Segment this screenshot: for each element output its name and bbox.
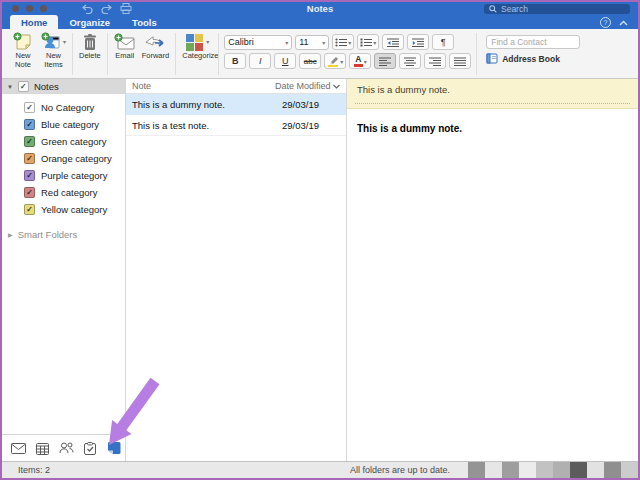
main-content: ▼ ✓ Notes ✓ No Category ✓ Blue category … xyxy=(2,79,638,461)
sidebar-item-no-category[interactable]: ✓ No Category xyxy=(2,99,125,116)
tab-tools[interactable]: Tools xyxy=(121,15,168,29)
note-list-header: Note Date Modified xyxy=(126,79,346,94)
new-note-button[interactable]: New Note xyxy=(8,31,38,77)
sidebar-item-notes-root[interactable]: ▼ ✓ Notes xyxy=(2,79,125,94)
ribbon-tab-bar: Home Organize Tools ? xyxy=(2,15,638,29)
find-contact-input[interactable]: Find a Contact xyxy=(486,35,580,49)
search-input[interactable]: Search xyxy=(484,4,630,14)
new-note-icon xyxy=(13,32,33,52)
address-book-button[interactable]: Address Book xyxy=(486,53,580,64)
font-name-select[interactable]: Calibri xyxy=(224,35,292,50)
increase-indent-icon xyxy=(412,38,424,47)
justify-button[interactable] xyxy=(449,53,471,69)
note-body[interactable]: This is a dummy note. xyxy=(347,109,638,148)
increase-indent-button[interactable] xyxy=(407,34,429,50)
category-label: Blue category xyxy=(41,119,99,130)
category-label: No Category xyxy=(41,102,94,113)
forward-button[interactable]: Forward xyxy=(139,31,173,77)
note-header: This is a dummy note. xyxy=(347,79,638,109)
folder-sidebar: ▼ ✓ Notes ✓ No Category ✓ Blue category … xyxy=(2,79,125,461)
nav-calendar-button[interactable] xyxy=(34,440,50,456)
nav-people-button[interactable] xyxy=(58,440,74,456)
category-checkbox[interactable]: ✓ xyxy=(24,136,35,147)
collapse-ribbon-icon[interactable] xyxy=(619,20,628,26)
column-header-date-modified[interactable]: Date Modified xyxy=(275,81,333,91)
category-checkbox[interactable]: ✓ xyxy=(24,102,35,113)
align-left-button[interactable] xyxy=(374,53,396,69)
search-placeholder: Search xyxy=(501,4,528,14)
align-center-icon xyxy=(404,57,416,66)
sidebar-item-green-category[interactable]: ✓ Green category xyxy=(2,133,125,150)
category-checkbox[interactable]: ✓ xyxy=(24,170,35,181)
notes-icon-active xyxy=(107,441,121,455)
sidebar-item-blue-category[interactable]: ✓ Blue category xyxy=(2,116,125,133)
tab-bar-right: ? xyxy=(600,17,638,29)
numbered-list-icon xyxy=(360,38,372,47)
font-size-select[interactable]: 11 xyxy=(295,35,329,50)
category-checkbox[interactable]: ✓ xyxy=(24,187,35,198)
category-checkbox[interactable]: ✓ xyxy=(24,204,35,215)
pilcrow-icon: ¶ xyxy=(441,37,446,47)
justify-icon xyxy=(454,57,466,66)
italic-button[interactable]: I xyxy=(249,53,271,69)
align-right-button[interactable] xyxy=(424,53,446,69)
module-nav-bar xyxy=(2,434,125,461)
forward-icon xyxy=(143,32,167,52)
trash-icon xyxy=(82,32,98,52)
note-date: 29/03/19 xyxy=(282,120,340,131)
people-icon xyxy=(59,442,74,454)
tab-home[interactable]: Home xyxy=(10,15,58,29)
note-list-row[interactable]: This is a test note. 29/03/19 xyxy=(126,115,346,136)
tab-organize[interactable]: Organize xyxy=(58,15,121,29)
sidebar-item-yellow-category[interactable]: ✓ Yellow category xyxy=(2,201,125,218)
column-header-note[interactable]: Note xyxy=(132,81,275,91)
reading-pane: This is a dummy note. This is a dummy no… xyxy=(347,79,638,461)
categorize-button[interactable]: Categorize xyxy=(179,31,215,77)
category-label: Red category xyxy=(41,187,98,198)
chevron-down-icon xyxy=(284,37,288,47)
bold-button[interactable]: B xyxy=(224,53,246,69)
delete-button[interactable]: Delete xyxy=(76,31,104,77)
font-color-button[interactable]: A xyxy=(349,53,371,69)
chevron-down-icon xyxy=(321,37,325,47)
grayscale-strip xyxy=(468,462,638,478)
new-items-button[interactable]: New Items xyxy=(38,31,69,77)
decrease-indent-button[interactable] xyxy=(382,34,404,50)
folder-tree: ▼ ✓ Notes ✓ No Category ✓ Blue category … xyxy=(2,79,125,434)
sidebar-item-purple-category[interactable]: ✓ Purple category xyxy=(2,167,125,184)
sort-chevron-icon[interactable] xyxy=(333,84,340,89)
ribbon-separator xyxy=(476,33,477,75)
note-title: This is a dummy note. xyxy=(132,99,282,110)
sidebar-item-orange-category[interactable]: ✓ Orange category xyxy=(2,150,125,167)
nav-notes-button[interactable] xyxy=(106,440,122,456)
address-book-icon xyxy=(486,53,498,64)
notes-root-checkbox[interactable]: ✓ xyxy=(18,81,29,92)
align-center-button[interactable] xyxy=(399,53,421,69)
paragraph-marks-button[interactable]: ¶ xyxy=(432,34,454,50)
nav-mail-button[interactable] xyxy=(10,440,26,456)
ribbon-separator xyxy=(175,33,176,75)
sidebar-item-red-category[interactable]: ✓ Red category xyxy=(2,184,125,201)
bullet-list-button[interactable] xyxy=(332,34,354,50)
strikethrough-button[interactable]: abc xyxy=(299,53,321,69)
disclosure-down-icon[interactable]: ▼ xyxy=(7,84,13,90)
sidebar-item-smart-folders[interactable]: ▶ Smart Folders xyxy=(2,229,125,240)
note-list-row[interactable]: This is a dummy note. 29/03/19 xyxy=(126,94,346,115)
align-left-icon xyxy=(379,57,391,66)
font-color-icon: A xyxy=(354,55,363,67)
nav-tasks-button[interactable] xyxy=(82,440,98,456)
disclosure-right-icon[interactable]: ▶ xyxy=(8,231,13,238)
decrease-indent-icon xyxy=(387,38,399,47)
category-label: Yellow category xyxy=(41,204,107,215)
category-checkbox[interactable]: ✓ xyxy=(24,153,35,164)
category-checkbox[interactable]: ✓ xyxy=(24,119,35,130)
ribbon: New Note New Items xyxy=(2,29,638,79)
align-right-icon xyxy=(429,57,441,66)
highlight-button[interactable] xyxy=(324,53,346,69)
numbered-list-button[interactable] xyxy=(357,34,379,50)
underline-button[interactable]: U xyxy=(274,53,296,69)
title-bar: Notes Search xyxy=(2,2,638,15)
email-button[interactable]: Email xyxy=(111,31,139,77)
help-icon[interactable]: ? xyxy=(600,17,611,28)
category-label: Orange category xyxy=(41,153,112,164)
